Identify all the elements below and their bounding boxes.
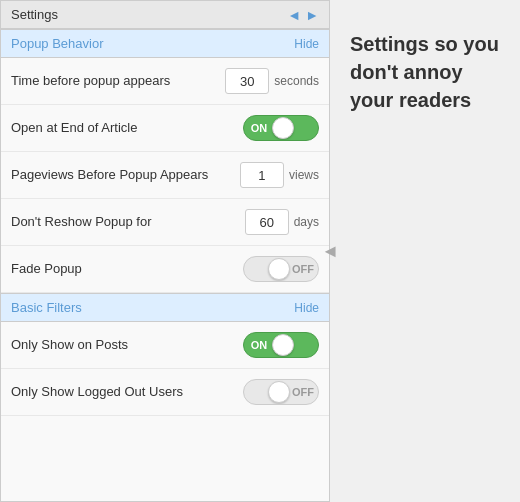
setting-control-only-show-logged-out: OFF: [243, 379, 319, 405]
hide-link-basic-filters[interactable]: Hide: [294, 301, 319, 315]
scroll-right-indicator: ◄: [321, 241, 339, 262]
pageviews-unit: views: [289, 168, 319, 182]
time-before-popup-unit: seconds: [274, 74, 319, 88]
dont-reshow-input[interactable]: [245, 209, 289, 235]
pageviews-input[interactable]: [240, 162, 284, 188]
section-header-popup-behavior: Popup Behavior Hide: [1, 29, 329, 58]
setting-row-fade-popup: Fade Popup OFF: [1, 246, 329, 293]
setting-control-fade-popup: OFF: [243, 256, 319, 282]
setting-label-open-at-end: Open at End of Article: [11, 120, 243, 137]
panel-title-bar: Settings ◄ ►: [1, 1, 329, 29]
setting-label-time-before-popup: Time before popup appears: [11, 73, 225, 90]
setting-label-pageviews: Pageviews Before Popup Appears: [11, 167, 240, 184]
nav-left-arrow[interactable]: ◄: [287, 8, 301, 22]
time-before-popup-input[interactable]: [225, 68, 269, 94]
setting-control-dont-reshow: days: [245, 209, 319, 235]
setting-control-only-show-posts: ON: [243, 332, 319, 358]
panel-title: Settings: [11, 7, 58, 22]
hide-link-popup-behavior[interactable]: Hide: [294, 37, 319, 51]
section-title-basic-filters: Basic Filters: [11, 300, 82, 315]
setting-row-time-before-popup: Time before popup appears seconds: [1, 58, 329, 105]
setting-label-only-show-posts: Only Show on Posts: [11, 337, 243, 354]
toggle-thumb-posts: [272, 334, 294, 356]
setting-row-dont-reshow: Don't Reshow Popup for days: [1, 199, 329, 246]
setting-control-time-before-popup: seconds: [225, 68, 319, 94]
setting-label-fade-popup: Fade Popup: [11, 261, 243, 278]
nav-right-arrow[interactable]: ►: [305, 8, 319, 22]
toggle-open-at-end[interactable]: ON: [243, 115, 319, 141]
toggle-only-show-posts[interactable]: ON: [243, 332, 319, 358]
setting-row-pageviews: Pageviews Before Popup Appears views: [1, 152, 329, 199]
toggle-fade-popup[interactable]: OFF: [243, 256, 319, 282]
toggle-on-label-posts: ON: [244, 339, 270, 351]
dont-reshow-unit: days: [294, 215, 319, 229]
right-text: Settings so you don't annoy your readers: [350, 30, 500, 114]
setting-row-open-at-end: Open at End of Article ON: [1, 105, 329, 152]
setting-row-only-show-logged-out: Only Show Logged Out Users OFF: [1, 369, 329, 416]
toggle-off-label-logged-out: OFF: [292, 386, 318, 398]
setting-label-dont-reshow: Don't Reshow Popup for: [11, 214, 245, 231]
section-header-basic-filters: Basic Filters Hide: [1, 293, 329, 322]
right-content: Settings so you don't annoy your readers: [330, 0, 520, 502]
nav-arrows: ◄ ►: [287, 8, 319, 22]
toggle-thumb-logged-out: [268, 381, 290, 403]
toggle-off-label: OFF: [292, 263, 318, 275]
settings-panel: Settings ◄ ► Popup Behavior Hide Time be…: [0, 0, 330, 502]
toggle-thumb-off: [268, 258, 290, 280]
setting-row-only-show-posts: Only Show on Posts ON: [1, 322, 329, 369]
toggle-only-show-logged-out[interactable]: OFF: [243, 379, 319, 405]
toggle-thumb: [272, 117, 294, 139]
setting-control-open-at-end: ON: [243, 115, 319, 141]
toggle-on-label: ON: [244, 122, 270, 134]
setting-label-only-show-logged-out: Only Show Logged Out Users: [11, 384, 243, 401]
section-title-popup-behavior: Popup Behavior: [11, 36, 104, 51]
panel-body: Popup Behavior Hide Time before popup ap…: [1, 29, 329, 501]
setting-control-pageviews: views: [240, 162, 319, 188]
